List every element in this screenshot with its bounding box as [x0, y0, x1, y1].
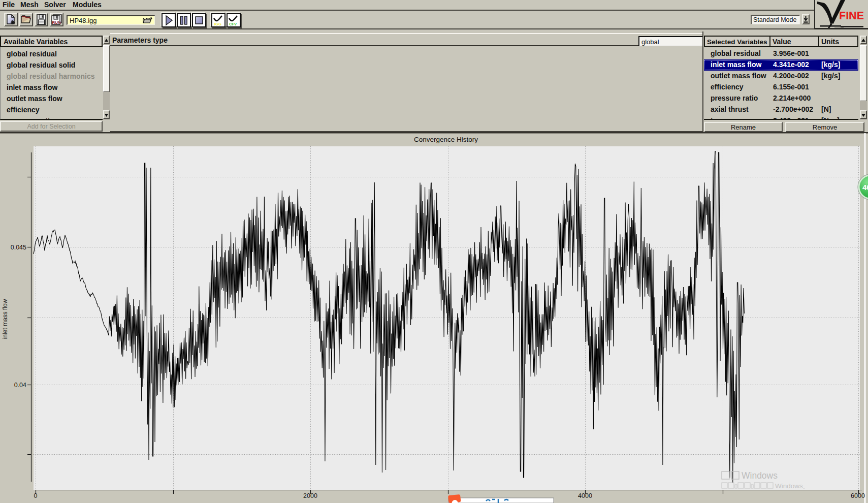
svg-text:IGG: IGG: [214, 22, 221, 26]
svg-text:Windows: Windows: [742, 470, 778, 481]
svg-text:0.045: 0.045: [11, 244, 26, 251]
svg-text:6000: 6000: [851, 492, 865, 499]
svg-text:Convergence History: Convergence History: [414, 136, 478, 143]
svg-text:0: 0: [34, 492, 38, 499]
svg-text:0.04: 0.04: [14, 382, 26, 389]
svg-text:4000: 4000: [578, 492, 592, 499]
svg-text:RUN: RUN: [52, 20, 61, 25]
svg-text:2000: 2000: [303, 492, 317, 499]
svg-text:CFV: CFV: [229, 22, 237, 26]
svg-text:inlet mass flow: inlet mass flow: [2, 299, 9, 339]
svg-text:FINE: FINE: [839, 10, 864, 22]
svg-text:46: 46: [862, 183, 868, 192]
svg-text:Windows。: Windows。: [775, 482, 808, 490]
